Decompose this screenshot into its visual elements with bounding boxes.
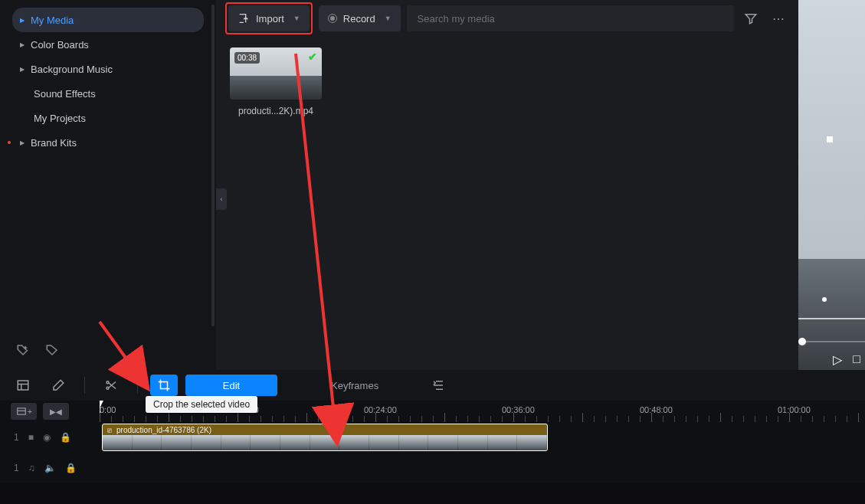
sidebar-item-label: Sound Effects [34, 88, 96, 100]
clip-frames [103, 435, 547, 451]
sidebar: ▶ My Media ▶ Color Boards ▶ Background M… [0, 0, 216, 370]
thumb-name: producti...2K).mp4 [230, 106, 322, 116]
timeline-clip[interactable]: ⎚ production_id-4763786 (2K) [102, 424, 548, 451]
media-grid: 00:38 ✔ producti...2K).mp4 [216, 37, 798, 370]
media-toolbar: Import ▼ Record ▼ Search my media ⋯ [216, 0, 798, 37]
notification-dot-icon [8, 141, 11, 144]
timeline-tools: Edit Keyframes Crop the selected video [0, 370, 865, 401]
tag-icon[interactable] [44, 342, 60, 358]
chevron-right-icon: ▶ [20, 66, 25, 73]
audio-track: 1 ♫ 🔈 🔒 [0, 453, 865, 483]
import-button[interactable]: Import ▼ [228, 5, 310, 31]
scissors-icon[interactable] [97, 375, 125, 396]
crop-tooltip: Crop the selected video [146, 396, 257, 413]
chevron-down-icon: ▼ [385, 15, 392, 22]
timeline-view-icon[interactable]: + [11, 403, 37, 420]
video-track: 1 ■ ◉ 🔒 ⎚ production_id-4763786 (2K) [0, 422, 865, 453]
sidebar-item-my-media[interactable]: ▶ My Media [12, 8, 204, 32]
mute-icon[interactable]: 🔈 [44, 463, 56, 473]
sidebar-item-background-music[interactable]: ▶ Background Music [12, 57, 204, 81]
lock-icon[interactable]: 🔒 [60, 432, 71, 443]
check-icon: ✔ [308, 51, 317, 63]
sidebar-item-label: My Media [31, 15, 74, 26]
edit-label: Edit [223, 380, 240, 391]
stop-icon[interactable]: □ [853, 352, 860, 367]
layout-icon[interactable] [9, 375, 37, 396]
clip-camera-icon: ⎚ [107, 426, 112, 434]
chevron-down-icon: ▼ [293, 15, 300, 22]
preview-marker [822, 297, 827, 302]
sidebar-item-label: Brand Kits [31, 137, 77, 149]
tag-add-icon[interactable] [15, 342, 31, 358]
chevron-right-icon: ▶ [20, 17, 25, 24]
sidebar-item-label: Color Boards [31, 39, 89, 51]
filter-icon[interactable] [740, 8, 762, 29]
import-icon [238, 12, 250, 25]
media-panel: Import ▼ Record ▼ Search my media ⋯ 00:3… [216, 0, 798, 370]
chevron-left-icon: ‹ [221, 195, 223, 203]
media-thumb[interactable]: 00:38 ✔ producti...2K).mp4 [230, 47, 322, 116]
svg-rect-0 [18, 381, 28, 390]
preview-scrub-handle[interactable] [798, 338, 806, 345]
visibility-icon[interactable]: ◉ [43, 432, 51, 443]
search-input[interactable]: Search my media [407, 5, 734, 31]
thumb-duration: 00:38 [234, 52, 260, 64]
svg-point-1 [106, 381, 109, 384]
timeline: + ▶◀ 0:00 00:12:00 00:24:00 00:36:00 00:… [0, 401, 865, 483]
more-icon[interactable]: ⋯ [768, 8, 789, 29]
search-placeholder: Search my media [418, 13, 495, 25]
play-icon[interactable]: ▷ [833, 352, 842, 367]
sidebar-item-color-boards[interactable]: ▶ Color Boards [12, 32, 204, 57]
chevron-right-icon: ▶ [20, 41, 25, 48]
music-icon[interactable]: ♫ [28, 463, 35, 473]
annotation-highlight: Import ▼ [225, 2, 313, 34]
record-button[interactable]: Record ▼ [319, 5, 401, 31]
chevron-right-icon: ▶ [20, 139, 25, 146]
align-icon[interactable] [424, 375, 452, 396]
eraser-icon[interactable] [44, 375, 72, 396]
lock-icon[interactable]: 🔒 [65, 463, 77, 473]
sidebar-item-my-projects[interactable]: My Projects [12, 106, 204, 130]
sidebar-item-brand-kits[interactable]: ▶ Brand Kits [12, 130, 204, 155]
resize-handle[interactable] [827, 136, 833, 142]
clip-name: production_id-4763786 (2K) [116, 426, 211, 434]
video-icon[interactable]: ■ [28, 432, 34, 443]
sidebar-scrollbar[interactable] [211, 5, 215, 326]
sidebar-item-label: My Projects [34, 113, 86, 124]
sidebar-item-sound-effects[interactable]: Sound Effects [12, 81, 204, 106]
collapse-sidebar-button[interactable]: ‹ [216, 188, 227, 210]
sidebar-item-label: Background Music [31, 64, 113, 75]
crop-button[interactable] [150, 375, 178, 396]
track-index: 1 [14, 463, 19, 473]
snap-icon[interactable]: ▶◀ [43, 403, 69, 420]
preview-scrubber[interactable] [798, 341, 865, 342]
track-index: 1 [14, 432, 19, 443]
import-label: Import [256, 13, 284, 25]
preview-divider [798, 318, 865, 319]
preview-panel: ▷ □ [798, 0, 865, 370]
svg-point-2 [106, 387, 109, 389]
keyframes-button[interactable]: Keyframes [331, 380, 378, 391]
record-label: Record [343, 13, 375, 25]
thumb-image: 00:38 ✔ [230, 47, 322, 100]
edit-button[interactable]: Edit [185, 375, 277, 396]
record-icon [328, 14, 337, 23]
